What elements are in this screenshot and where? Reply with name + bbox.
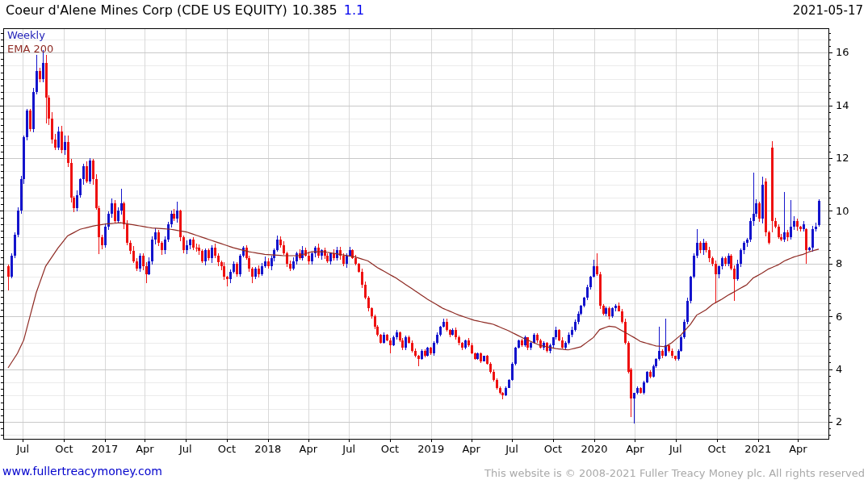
legend-timeframe-label: Weekly	[7, 29, 45, 41]
legend-ema-label: EMA 200	[7, 43, 53, 55]
page-root: Coeur d'Alene Mines Corp (CDE US EQUITY)…	[0, 0, 868, 484]
instrument-name: Coeur d'Alene Mines Corp (CDE US EQUITY)	[6, 2, 287, 18]
site-link[interactable]: www.fullertreacymoney.com	[2, 465, 162, 478]
price-change: 1.1	[344, 2, 364, 18]
price-chart-canvas	[0, 0, 868, 484]
chart-title: Coeur d'Alene Mines Corp (CDE US EQUITY)…	[6, 2, 364, 18]
last-price: 10.385	[292, 2, 338, 18]
chart-date: 2021-05-17	[793, 3, 863, 18]
copyright-text: This website is © 2008-2021 Fuller Treac…	[484, 467, 865, 479]
